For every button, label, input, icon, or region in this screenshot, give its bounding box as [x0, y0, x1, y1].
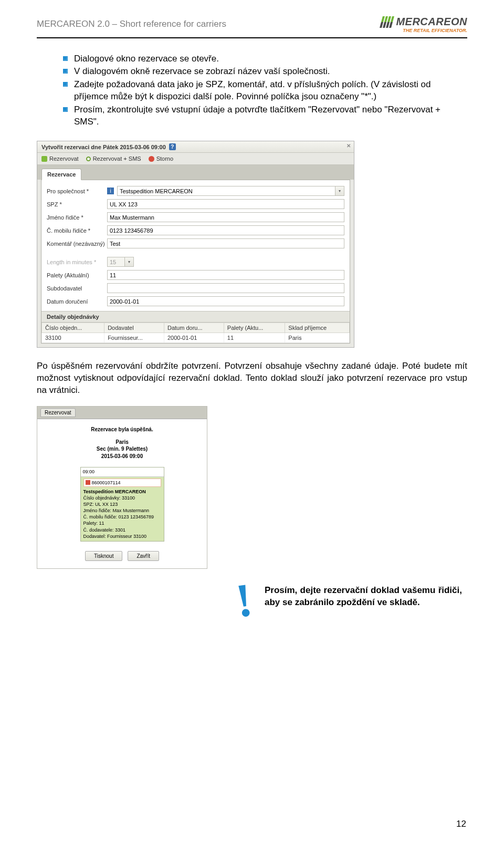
confirmation-tab[interactable]: Rezervovat — [40, 408, 76, 417]
reservation-meta: Paris Sec (min. 9 Palettes) 2015-03-06 0… — [45, 439, 200, 460]
driver-label: Jméno řidiče * — [47, 214, 107, 221]
pallets-field[interactable] — [107, 270, 344, 280]
tip-text: Prosím, dejte rezervační doklad vašemu ř… — [265, 585, 462, 609]
list-item: Prosím, zkontrolujte své vstupní údaje a… — [63, 104, 457, 128]
print-button[interactable]: Tisknout — [85, 551, 122, 561]
page-number: 12 — [456, 819, 466, 829]
comment-label: Komentář (nezávazný) — [47, 241, 107, 247]
reserve-sms-button[interactable]: Rezervovat + SMS — [86, 155, 141, 162]
tip-callout: ! Prosím, dejte rezervační doklad vašemu… — [236, 585, 462, 619]
logo-tagline: THE RETAIL EFFICIENATOR. — [403, 28, 467, 33]
help-icon[interactable]: ? — [169, 143, 176, 150]
save-icon — [41, 156, 47, 162]
confirmation-paragraph: Po úspěšném rezervování obdržíte potvrze… — [37, 360, 467, 397]
table-row[interactable]: 33100 Fournisseur... 2000-01-01 11 Paris — [42, 333, 350, 343]
dialog-toolbar: Rezervovat Rezervovat + SMS Storno — [37, 153, 354, 165]
info-icon[interactable]: i — [107, 188, 114, 194]
close-icon[interactable]: ✕ — [346, 143, 351, 149]
delivery-date-label: Datum doručení — [47, 298, 107, 305]
list-item: Dialogové okno rezervace se otevře. — [63, 53, 457, 65]
bullet-icon — [63, 107, 68, 112]
reservation-dialog: Vytvořit rezervaci dne Pátek 2015-03-06 … — [37, 141, 354, 348]
order-table: Číslo objedn... Dodavatel Datum doru... … — [41, 323, 350, 343]
logo-text: MERCAREON — [396, 16, 467, 28]
cancel-button[interactable]: Storno — [149, 155, 173, 162]
bullet-icon — [63, 69, 68, 74]
confirmation-dialog: Rezervovat Rezervace byla úspěšná. Paris… — [37, 406, 207, 569]
reservation-id: 86000107114 — [83, 479, 161, 487]
exclamation-icon: ! — [234, 580, 255, 620]
bullet-icon — [63, 56, 68, 61]
close-button[interactable]: Zavřít — [128, 551, 159, 561]
delivery-date-field[interactable] — [107, 296, 344, 306]
details-time: 09:00 — [81, 467, 164, 476]
length-label: Length in minutes * — [47, 259, 107, 265]
sms-icon — [86, 157, 91, 161]
status-icon — [86, 480, 90, 485]
list-item: V dialogovém okně rezervace se zobrazí n… — [63, 66, 457, 78]
dialog-title-bar: Vytvořit rezervaci dne Pátek 2015-03-06 … — [37, 141, 354, 153]
success-message: Rezervace byla úspěšná. — [45, 427, 200, 432]
comment-field[interactable] — [107, 238, 344, 248]
form-body: Pro společnost * i ▾ SPZ * Jméno řidiče … — [41, 180, 350, 344]
tab-reservation[interactable]: Rezervace — [41, 169, 81, 180]
tab-bar: Rezervace — [37, 165, 354, 180]
chevron-down-icon[interactable]: ▾ — [335, 186, 344, 196]
driver-field[interactable] — [107, 212, 344, 222]
page-header: MERCAREON 2.0 – Short reference for carr… — [37, 16, 467, 33]
confirmation-tab-bar: Rezervovat — [37, 407, 207, 419]
reservation-details: 09:00 86000107114 Testspedition MERCAREO… — [80, 467, 164, 541]
dialog-title: Vytvořit rezervaci dne Pátek 2015-03-06 … — [41, 144, 166, 150]
subcontractor-field[interactable] — [107, 283, 344, 293]
spz-field[interactable] — [107, 199, 344, 209]
pallets-label: Palety (Aktuální) — [47, 272, 107, 278]
length-field — [107, 257, 125, 267]
company-field[interactable] — [117, 186, 335, 196]
bullet-list: Dialogové okno rezervace se otevře. V di… — [63, 53, 457, 129]
mercareon-logo: MERCAREON THE RETAIL EFFICIENATOR. — [381, 16, 467, 33]
bullet-icon — [63, 82, 68, 87]
order-section-header: Detaily objednávky — [41, 311, 350, 323]
company-label: Pro společnost * — [47, 188, 107, 194]
reserve-button[interactable]: Rezervovat — [41, 155, 79, 162]
cancel-icon — [149, 156, 154, 162]
header-divider — [37, 37, 467, 38]
subcontractor-label: Subdodavatel — [47, 285, 107, 292]
header-title: MERCAREON 2.0 – Short reference for carr… — [37, 19, 226, 29]
phone-field[interactable] — [107, 225, 344, 235]
spz-label: SPZ * — [47, 201, 107, 207]
list-item: Zadejte požadovaná data jako je SPZ, kom… — [63, 79, 457, 103]
table-header-row: Číslo objedn... Dodavatel Datum doru... … — [42, 323, 350, 333]
phone-label: Č. mobilu řidiče * — [47, 227, 107, 234]
chevron-down-icon: ▾ — [125, 257, 134, 267]
